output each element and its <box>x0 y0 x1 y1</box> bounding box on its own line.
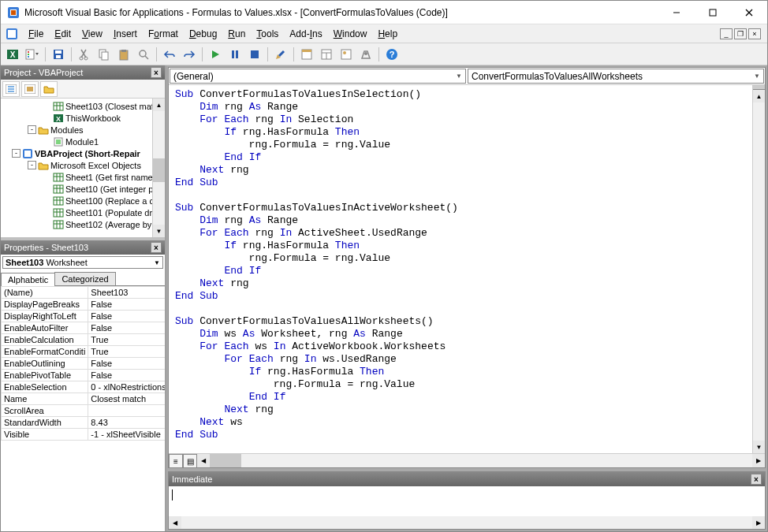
view-excel-icon[interactable]: X <box>4 46 21 63</box>
maximize-button[interactable] <box>695 1 731 24</box>
property-row[interactable]: StandardWidth8.43 <box>2 417 166 429</box>
scroll-right-icon[interactable]: ▶ <box>752 454 765 467</box>
immediate-close-icon[interactable]: × <box>751 474 762 485</box>
save-icon[interactable] <box>50 46 67 63</box>
property-value[interactable]: -1 - xlSheetVisible <box>88 429 165 441</box>
property-row[interactable]: EnablePivotTableFalse <box>2 370 166 381</box>
tree-node[interactable]: -Modules <box>2 124 163 136</box>
menu-file[interactable]: File <box>23 27 49 41</box>
property-value[interactable]: True <box>88 346 165 358</box>
procedure-view-icon[interactable]: ≡ <box>169 454 183 468</box>
tree-node[interactable]: Sheet101 (Populate dr <box>2 206 163 218</box>
procedure-dropdown[interactable]: ConvertFormulasToValuesAllWorksheets ▼ <box>468 69 764 84</box>
view-code-icon[interactable] <box>2 81 20 97</box>
scroll-down-icon[interactable]: ▼ <box>753 441 765 453</box>
menu-window[interactable]: Window <box>328 27 373 41</box>
tree-node[interactable]: -Microsoft Excel Objects <box>2 159 163 171</box>
menu-insert[interactable]: Insert <box>108 27 143 41</box>
scroll-thumb[interactable] <box>210 454 241 467</box>
object-dropdown[interactable]: (General) ▼ <box>170 69 466 84</box>
property-value[interactable]: False <box>88 311 165 322</box>
toolbox-icon[interactable] <box>357 46 375 63</box>
properties-grid[interactable]: (Name)Sheet103DisplayPageBreaksFalseDisp… <box>1 286 165 531</box>
expand-collapse-icon[interactable]: - <box>28 161 36 169</box>
toggle-folders-icon[interactable] <box>40 81 58 97</box>
mdi-minimize-icon[interactable]: _ <box>720 28 733 39</box>
tree-node[interactable]: Sheet102 (Average by <box>2 218 163 230</box>
run-icon[interactable] <box>207 46 224 63</box>
view-object-icon[interactable] <box>21 81 39 97</box>
project-panel-close-icon[interactable]: × <box>151 67 162 78</box>
property-row[interactable]: EnableOutliningFalse <box>2 358 166 370</box>
mdi-close-icon[interactable]: × <box>748 28 761 39</box>
insert-module-dropdown-icon[interactable] <box>24 46 41 63</box>
code-vertical-scrollbar[interactable]: ▲ ▼ <box>752 85 765 453</box>
property-row[interactable]: EnableFormatConditiTrue <box>2 346 166 358</box>
close-button[interactable] <box>731 1 767 24</box>
menu-addins[interactable]: Add-Ins <box>284 27 327 41</box>
property-row[interactable]: NameClosest match <box>2 393 166 405</box>
properties-window-icon[interactable] <box>318 46 335 63</box>
menu-tools[interactable]: Tools <box>251 27 284 41</box>
properties-panel-close-icon[interactable]: × <box>151 242 162 253</box>
scroll-right-icon[interactable]: ▶ <box>752 516 765 529</box>
minimize-button[interactable] <box>658 1 695 24</box>
tab-categorized[interactable]: Categorized <box>54 272 115 285</box>
immediate-horizontal-scrollbar[interactable]: ◀ ▶ <box>169 516 765 529</box>
project-tree-scrollbar[interactable]: ▲ ▼ <box>152 99 165 237</box>
tree-node[interactable]: -VBAProject (Short-Repair <box>2 147 163 159</box>
reset-icon[interactable] <box>246 46 263 63</box>
menu-run[interactable]: Run <box>222 27 251 41</box>
menu-view[interactable]: View <box>76 27 108 41</box>
property-value[interactable]: True <box>88 334 165 346</box>
scroll-left-icon[interactable]: ◀ <box>197 454 210 467</box>
object-browser-icon[interactable] <box>337 46 355 63</box>
scroll-down-icon[interactable]: ▼ <box>153 225 165 237</box>
undo-icon[interactable] <box>161 46 178 63</box>
property-value[interactable] <box>88 405 165 417</box>
scroll-left-icon[interactable]: ◀ <box>169 516 181 529</box>
property-row[interactable]: DisplayRightToLeftFalse <box>2 311 166 322</box>
expand-collapse-icon[interactable]: - <box>28 125 36 134</box>
property-value[interactable]: False <box>88 299 165 311</box>
tree-node[interactable]: Sheet1 (Get first name <box>2 171 163 183</box>
property-value[interactable]: 8.43 <box>88 417 165 429</box>
scroll-up-icon[interactable]: ▲ <box>753 90 765 102</box>
redo-icon[interactable] <box>181 46 198 63</box>
menu-help[interactable]: Help <box>372 27 403 41</box>
property-row[interactable]: Visible-1 - xlSheetVisible <box>2 429 166 441</box>
property-row[interactable]: EnableCalculationTrue <box>2 334 166 346</box>
property-value[interactable]: 0 - xlNoRestrictions <box>88 381 165 393</box>
property-value[interactable]: False <box>88 358 165 370</box>
property-row[interactable]: (Name)Sheet103 <box>2 287 166 299</box>
scroll-up-icon[interactable]: ▲ <box>153 99 165 111</box>
tree-node[interactable]: XThisWorkbook <box>2 112 163 124</box>
find-icon[interactable] <box>135 46 152 63</box>
property-value[interactable]: Closest match <box>88 393 165 405</box>
paste-icon[interactable] <box>115 46 132 63</box>
design-mode-icon[interactable] <box>272 46 289 63</box>
property-value[interactable]: False <box>88 370 165 381</box>
property-value[interactable]: False <box>88 322 165 334</box>
property-row[interactable]: EnableAutoFilterFalse <box>2 322 166 334</box>
code-horizontal-scrollbar[interactable]: ◀ ▶ <box>197 454 765 467</box>
cut-icon[interactable] <box>76 46 93 63</box>
immediate-input[interactable] <box>169 486 765 516</box>
tab-alphabetic[interactable]: Alphabetic <box>1 273 55 286</box>
menu-edit[interactable]: Edit <box>49 27 76 41</box>
scroll-thumb[interactable] <box>153 158 165 182</box>
menu-format[interactable]: Format <box>143 27 184 41</box>
full-module-view-icon[interactable]: ▤ <box>183 454 197 468</box>
code-editor[interactable]: Sub ConvertFormulasToValuesInSelection()… <box>169 85 752 453</box>
menu-debug[interactable]: Debug <box>184 27 222 41</box>
expand-collapse-icon[interactable]: - <box>12 149 21 158</box>
property-row[interactable]: ScrollArea <box>2 405 166 417</box>
help-icon[interactable]: ? <box>383 46 401 63</box>
property-value[interactable]: Sheet103 <box>88 287 165 299</box>
tree-node[interactable]: Sheet103 (Closest mat <box>2 100 163 112</box>
mdi-restore-icon[interactable]: ❐ <box>734 28 747 39</box>
tree-node[interactable]: Sheet100 (Replace a c <box>2 195 163 206</box>
properties-object-selector[interactable]: Sheet103 Worksheet ▼ <box>2 256 163 269</box>
tree-node[interactable]: Sheet10 (Get integer p <box>2 183 163 195</box>
tree-node[interactable]: Module1 <box>2 136 163 147</box>
